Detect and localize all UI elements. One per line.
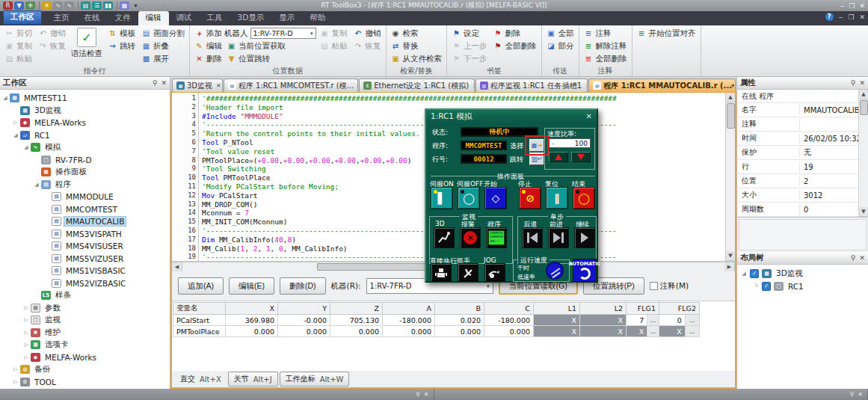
- program-monitor-button[interactable]: 10MOV 20MOV 30····: [486, 227, 507, 248]
- pause-icon[interactable]: ▮▮: [103, 1, 113, 10]
- tree-item-MMS3VISPATH[interactable]: ▤MMS3VISPATH: [1, 228, 170, 241]
- template-icon[interactable]: ✕: [42, 1, 52, 10]
- document-tab[interactable]: ▤程序 1:RC1 MMAUTOCALIB.r (...✕: [588, 79, 736, 92]
- flg2-edit-button[interactable]: ...: [685, 326, 699, 337]
- pos-button-编辑(E)[interactable]: 编辑(E): [229, 277, 274, 295]
- scroll-down-icon[interactable]: ▼: [859, 207, 868, 217]
- doc-restore-button[interactable]: ❐: [848, 13, 854, 21]
- direct-exec-button[interactable]: [431, 263, 452, 282]
- save-icon[interactable]: ▼: [14, 1, 24, 10]
- tree-item-模拟[interactable]: ◢∿模拟: [1, 141, 170, 154]
- tree-item-3D监视[interactable]: ▦3D监视: [1, 105, 170, 117]
- scroll-down-icon[interactable]: ▼: [726, 251, 736, 261]
- servo-on-button[interactable]: ▌: [431, 187, 453, 209]
- menu-tab-工具[interactable]: 工具: [200, 11, 230, 25]
- ribbon-item-undo[interactable]: ↶撤销: [351, 27, 384, 40]
- pin-icon[interactable]: ⚲: [416, 391, 420, 398]
- tree-item-TOOL[interactable]: ▷⚙TOOL: [1, 376, 170, 389]
- column-header-Y[interactable]: Y: [278, 303, 330, 315]
- start-button[interactable]: ◇: [484, 187, 507, 209]
- table-row-PCalStart[interactable]: PCalStart369.980-0.000705.130-180.0000.0…: [173, 315, 700, 326]
- column-header-FLG1[interactable]: FLG1: [627, 303, 659, 315]
- document-tab[interactable]: ▦3D监视✕: [172, 79, 223, 92]
- automatic-button[interactable]: AUTOMATIC: [573, 259, 597, 282]
- layout-tree-item-RC1[interactable]: └✓▢RC1: [740, 280, 868, 292]
- scroll-right-icon[interactable]: ▶: [724, 262, 735, 271]
- menu-tab-文件[interactable]: 文件: [108, 11, 138, 25]
- tree-item-程序[interactable]: ◢▤程序: [1, 179, 170, 191]
- tree-item-MMAUTOCALIB[interactable]: ▤MMAUTOCALIB: [1, 215, 170, 228]
- end-button[interactable]: ◯: [573, 187, 595, 209]
- ribbon-item-comment[interactable]: ≡注释: [582, 27, 630, 40]
- flg2-edit-button[interactable]: ...: [685, 315, 699, 326]
- ribbon-item-bookmark-delete-all[interactable]: ⚑全部删除: [491, 40, 539, 52]
- close-tab-icon[interactable]: ✕: [357, 82, 358, 89]
- expander-icon[interactable]: ◢: [1, 95, 9, 101]
- tree-item-MMTEST11[interactable]: ◢▦MMTEST11: [1, 92, 170, 105]
- tree-item-MELFA-Works[interactable]: ▷◆MELFA-Works: [1, 117, 170, 129]
- coord-tab-关节[interactable]: 关节Alt+J: [228, 372, 278, 387]
- speed-up-button[interactable]: [549, 152, 568, 162]
- document-tab[interactable]: ▥程序监视 1:RC1 任务插槽1✕: [475, 79, 588, 92]
- column-header-FLG2[interactable]: FLG2: [659, 303, 700, 315]
- comment-checkbox[interactable]: 注释(M): [650, 281, 689, 292]
- pin-icon[interactable]: ⚲: [849, 391, 854, 398]
- close-panel-icon[interactable]: ✕: [859, 254, 865, 262]
- checkbox[interactable]: ✓: [750, 269, 759, 278]
- coord-tab-直交[interactable]: 直交Alt+X: [175, 372, 227, 386]
- pin-icon[interactable]: ⚲: [851, 79, 856, 87]
- column-header-C[interactable]: C: [484, 303, 534, 315]
- document-tab[interactable]: EEthernet设定 1:RC1 (模拟)✕: [359, 79, 475, 92]
- tree-item-监视[interactable]: ▷▢监视: [1, 314, 170, 327]
- tree-item-选项卡[interactable]: ▷▦选项卡: [1, 339, 170, 351]
- ribbon-item-template[interactable]: ⇅模板: [105, 27, 138, 40]
- tree-item-MMS2VIZBASIC[interactable]: ▤MMS2VIZBASIC: [1, 277, 170, 290]
- tree-item-MMMODULE[interactable]: ▤MMMODULE: [1, 191, 170, 203]
- expander-icon[interactable]: ◢: [33, 182, 40, 188]
- menu-tab-显示[interactable]: 显示: [271, 11, 302, 25]
- ribbon-item-split-screen[interactable]: ▤画面分割: [139, 27, 187, 40]
- doc-minimize-button[interactable]: ‒: [839, 13, 843, 21]
- ribbon-item-bookmark-delete[interactable]: ⚑删除: [491, 27, 539, 40]
- ribbon-item-file-search[interactable]: ▣从文件检索: [389, 52, 445, 65]
- expander-icon[interactable]: ▷: [12, 366, 19, 372]
- pin-icon[interactable]: ⚲: [153, 79, 158, 87]
- tab-list-dropdown-icon[interactable]: ▾: [731, 82, 734, 89]
- restore-button[interactable]: ❐: [849, 2, 855, 10]
- menu-tab-调试[interactable]: 调试: [169, 11, 200, 25]
- tree-item-MMS1VISBASIC[interactable]: ▤MMS1VISBASIC: [1, 265, 170, 277]
- syntax-check-button[interactable]: ✓语法检查: [69, 27, 105, 59]
- list-icon[interactable]: ☰: [92, 1, 102, 10]
- expander-icon[interactable]: ▷: [12, 120, 19, 126]
- minimize-button[interactable]: ‒: [840, 2, 845, 10]
- layout-tree-item-3D监视[interactable]: ◢✓▦3D监视: [740, 267, 868, 280]
- close-panel-icon[interactable]: ✕: [424, 391, 429, 398]
- speed-ratio-spinner[interactable]: -100: [549, 138, 591, 148]
- tree-item-RC1[interactable]: ◢▱RC1: [1, 129, 170, 142]
- checkbox[interactable]: ✓: [762, 282, 771, 291]
- ribbon-item-comment-delete-all[interactable]: ≡全部删除: [582, 52, 630, 65]
- dialog-close-icon[interactable]: ✕: [586, 112, 592, 120]
- column-header-A[interactable]: A: [383, 303, 435, 315]
- dialog-title-bar[interactable]: 1:RC1 模拟✕: [426, 110, 597, 123]
- expander-icon[interactable]: ▷: [22, 342, 30, 348]
- scroll-up-icon[interactable]: ▲: [859, 90, 868, 99]
- flg1-edit-button[interactable]: ...: [647, 326, 659, 337]
- menu-tab-在线[interactable]: 在线: [77, 11, 108, 25]
- close-tab-icon[interactable]: ✕: [585, 82, 588, 89]
- continue-button[interactable]: [574, 227, 595, 248]
- tree-item-MMS5VIZUSER[interactable]: ▤MMS5VIZUSER: [1, 253, 170, 265]
- scroll-left-icon[interactable]: ◀: [172, 262, 182, 271]
- tree-item-备份[interactable]: ▷◍备份: [1, 363, 170, 376]
- tree-item-参数[interactable]: ▷▤参数: [1, 302, 170, 315]
- expander-icon[interactable]: ▷: [22, 354, 30, 360]
- ribbon-item-bookmark-set[interactable]: ⚑设定: [449, 27, 490, 40]
- step-back-button[interactable]: [522, 227, 543, 248]
- scroll-up-icon[interactable]: ▲: [726, 93, 736, 102]
- ribbon-item-collapse[interactable]: ▦折叠: [139, 40, 187, 52]
- doc-close-button[interactable]: ✕: [859, 13, 865, 21]
- pan-icon[interactable]: ✛: [25, 1, 35, 10]
- column-header-L1[interactable]: L1: [534, 303, 580, 315]
- expander-icon[interactable]: ▷: [22, 317, 30, 323]
- wave2-icon[interactable]: ∿: [64, 1, 74, 10]
